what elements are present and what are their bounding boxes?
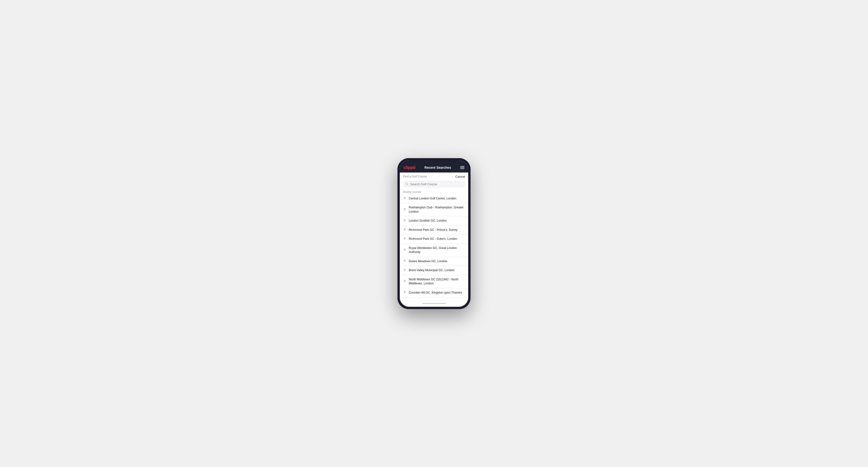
course-name: Dukes Meadows GC, London (409, 259, 447, 263)
menu-icon[interactable] (460, 166, 464, 169)
location-pin-icon (403, 291, 406, 294)
svg-line-1 (408, 185, 408, 185)
location-pin-icon (403, 269, 406, 272)
location-pin-icon (403, 208, 406, 212)
svg-point-8 (404, 260, 405, 261)
list-item[interactable]: London Scottish GC, London (400, 216, 468, 226)
location-pin-icon (403, 219, 406, 222)
search-section: Find a Golf Course Cancel Nearby courses… (400, 173, 468, 300)
location-pin-icon (403, 280, 406, 283)
course-name: Richmond Park GC - Duke's, London (409, 237, 457, 241)
location-pin-icon (403, 228, 406, 231)
course-name: North Middlesex GC (1011942 - North Midd… (409, 278, 465, 286)
svg-point-3 (404, 209, 405, 209)
phone-device: clippd Recent Searches Find a Golf Cours… (397, 158, 471, 309)
list-item[interactable]: Brent Valley Municipal GC, London (400, 266, 468, 275)
svg-point-5 (404, 229, 405, 229)
svg-point-6 (404, 238, 405, 239)
home-indicator (400, 300, 468, 307)
course-name: Brent Valley Municipal GC, London (409, 268, 455, 273)
phone-screen: clippd Recent Searches Find a Golf Cours… (400, 160, 468, 307)
location-pin-icon (403, 197, 406, 200)
nav-title: Recent Searches (425, 166, 451, 169)
nav-bar: clippd Recent Searches (400, 163, 468, 173)
svg-point-10 (404, 280, 405, 281)
svg-point-2 (404, 197, 405, 198)
search-input-wrap[interactable] (403, 181, 465, 188)
location-pin-icon (403, 248, 406, 252)
cancel-button[interactable]: Cancel (456, 175, 465, 178)
course-list: Central London Golf Centre, London Roeha… (400, 194, 468, 300)
list-item[interactable]: Central London Golf Centre, London (400, 194, 468, 204)
course-name: Coombe Hill GC, Kingston upon Thames (409, 291, 462, 295)
course-name: Central London Golf Centre, London (409, 196, 457, 201)
svg-point-7 (404, 249, 405, 250)
location-pin-icon (403, 259, 406, 263)
svg-point-4 (404, 220, 405, 220)
status-bar (400, 160, 468, 163)
find-label: Find a Golf Course (403, 175, 427, 178)
svg-point-11 (404, 291, 405, 292)
svg-point-9 (404, 269, 405, 270)
course-name: Roehampton Club - Roehampton, Greater Lo… (409, 206, 465, 214)
course-name: London Scottish GC, London (409, 219, 447, 223)
search-input[interactable] (410, 182, 463, 186)
list-item[interactable]: North Middlesex GC (1011942 - North Midd… (400, 275, 468, 288)
list-item[interactable]: Dukes Meadows GC, London (400, 257, 468, 266)
home-bar (422, 303, 446, 304)
search-header: Find a Golf Course Cancel (400, 173, 468, 180)
course-name: Royal Wimbledon GC, Great London Authori… (409, 246, 465, 254)
list-item[interactable]: Coombe Hill GC, Kingston upon Thames (400, 288, 468, 298)
list-item[interactable]: Roehampton Club - Roehampton, Greater Lo… (400, 203, 468, 216)
nearby-section-label: Nearby courses (400, 189, 468, 194)
search-icon (405, 183, 408, 186)
list-item[interactable]: Royal Wimbledon GC, Great London Authori… (400, 244, 468, 257)
app-logo: clippd (404, 165, 415, 170)
list-item[interactable]: Richmond Park GC - Prince's, Surrey (400, 226, 468, 235)
list-item[interactable]: Richmond Park GC - Duke's, London (400, 235, 468, 244)
course-name: Richmond Park GC - Prince's, Surrey (409, 228, 458, 232)
location-pin-icon (403, 238, 406, 241)
